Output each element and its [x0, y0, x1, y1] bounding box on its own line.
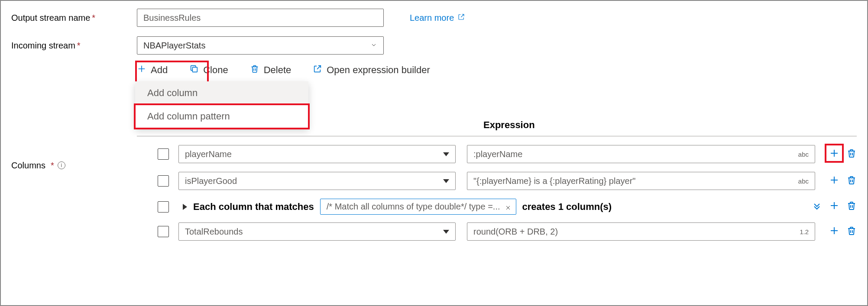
add-button[interactable]: Add [137, 64, 168, 76]
row-checkbox[interactable] [158, 148, 169, 160]
row-checkbox[interactable] [158, 226, 169, 237]
settings-panel: Output stream name* Learn more Incoming … [0, 0, 868, 306]
add-row-button[interactable] [829, 175, 839, 187]
caret-down-icon [443, 230, 449, 234]
columns-toolbar: Add Clone Delete [137, 64, 430, 76]
output-stream-label: Output stream name* [11, 13, 137, 23]
output-stream-row: Output stream name* Learn more [11, 9, 857, 27]
plus-icon [137, 64, 146, 76]
output-stream-input[interactable] [137, 9, 384, 27]
incoming-stream-label: Incoming stream* [11, 41, 137, 51]
incoming-stream-row: Incoming stream* NBAPlayerStats [11, 36, 857, 55]
delete-button[interactable]: Delete [250, 64, 291, 76]
column-row: playerName :playerName abc [137, 141, 857, 167]
incoming-stream-select[interactable]: NBAPlayerStats [137, 36, 384, 55]
delete-row-button[interactable] [846, 148, 857, 161]
type-hint: abc [798, 151, 809, 158]
column-name-select[interactable]: TotalRebounds [178, 222, 456, 241]
column-row: TotalRebounds round(ORB + DRB, 2) 1.2 [137, 218, 857, 245]
delete-row-button[interactable] [846, 225, 857, 238]
pattern-prefix: Each column that matches [193, 201, 314, 213]
clone-button[interactable]: Clone [189, 64, 228, 76]
column-row: isPlayerGood "{:playerName} is a {:playe… [137, 167, 857, 194]
columns-label: Columns* i [11, 64, 137, 245]
learn-more-link[interactable]: Learn more [410, 13, 465, 23]
header-expression: Expression [483, 119, 857, 131]
column-pattern-row: Each column that matches /* Match all co… [137, 194, 857, 218]
expression-input[interactable]: "{:playerName} is a {:playerRating} play… [467, 172, 815, 190]
caret-down-icon [443, 152, 449, 156]
expression-input[interactable]: :playerName abc [467, 145, 815, 163]
type-hint: 1.2 [800, 228, 809, 235]
row-checkbox[interactable] [158, 201, 169, 213]
column-name-select[interactable]: isPlayerGood [178, 172, 456, 190]
row-checkbox[interactable] [158, 175, 169, 187]
pattern-match-input[interactable]: /* Match all columns of type double*/ ty… [320, 199, 516, 215]
expression-input[interactable]: round(ORB + DRB, 2) 1.2 [467, 222, 815, 241]
columns-section: Columns* i Add [11, 64, 857, 245]
delete-row-button[interactable] [846, 175, 857, 187]
expand-icon[interactable] [183, 204, 187, 210]
add-dropdown-menu: Add column Add column pattern [135, 81, 308, 128]
add-row-button[interactable] [829, 200, 839, 213]
add-row-button[interactable] [829, 225, 839, 238]
type-hint: abc [798, 177, 809, 185]
incoming-stream-value: NBAPlayerStats [143, 41, 205, 51]
info-icon[interactable]: i [58, 161, 65, 169]
trash-icon [250, 64, 259, 76]
chevron-down-icon [370, 41, 377, 51]
highlight-plus [825, 144, 844, 163]
clear-icon[interactable] [505, 203, 512, 210]
open-expression-builder-button[interactable]: Open expression builder [313, 64, 430, 76]
svg-rect-0 [192, 67, 197, 72]
external-link-icon [457, 13, 465, 23]
copy-icon [189, 64, 199, 76]
caret-down-icon [443, 179, 449, 183]
delete-row-button[interactable] [846, 200, 857, 213]
column-name-select[interactable]: playerName [178, 145, 456, 163]
external-link-icon [313, 64, 322, 76]
collapse-icon[interactable] [812, 200, 822, 213]
menu-add-column-pattern[interactable]: Add column pattern [135, 105, 308, 128]
pattern-suffix: creates 1 column(s) [522, 201, 612, 213]
menu-add-column[interactable]: Add column [135, 81, 308, 105]
